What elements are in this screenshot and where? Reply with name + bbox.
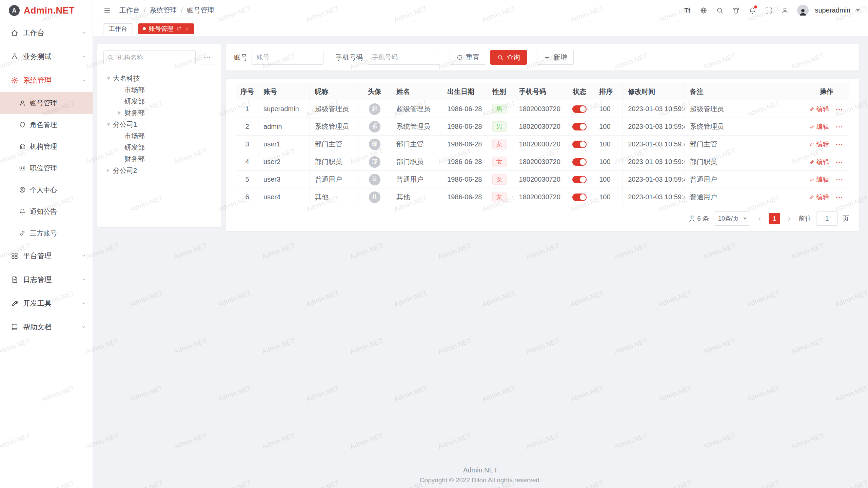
status-toggle[interactable] (572, 176, 587, 183)
tree-expand-caret[interactable] (118, 111, 124, 115)
menu-collapse-button[interactable] (101, 4, 113, 17)
edit-button[interactable]: 编辑 (810, 193, 829, 202)
sidebar-item-label: 账号管理 (30, 99, 57, 108)
sidebar-item-position-management[interactable]: 职位管理 (0, 157, 93, 179)
global-search-button[interactable] (713, 4, 727, 17)
sidebar-item-label: 个人中心 (30, 185, 57, 195)
org-more-button[interactable]: ··· (200, 51, 215, 64)
avatar: 其 (369, 191, 380, 203)
reset-button[interactable]: 重置 (450, 50, 486, 65)
font-size-button[interactable]: Tt (680, 4, 694, 17)
sidebar-item-org-management[interactable]: 机构管理 (0, 136, 93, 157)
sidebar-item-business-test[interactable]: 业务测试 (0, 45, 93, 68)
edit-button[interactable]: 编辑 (810, 175, 829, 184)
shirt-icon (732, 7, 740, 14)
status-toggle[interactable] (572, 158, 587, 166)
edit-button[interactable]: 编辑 (810, 158, 829, 166)
tree-node[interactable]: 财务部 (103, 107, 215, 119)
breadcrumb-item[interactable]: 系统管理 (150, 6, 177, 15)
row-more-button[interactable]: ··· (836, 176, 843, 183)
query-button[interactable]: 查询 (490, 50, 527, 65)
row-more-button[interactable]: ··· (836, 106, 843, 113)
user-menu-chevron-icon[interactable] (856, 9, 860, 12)
cell-phone: 18020030720 (514, 100, 565, 118)
row-more-button[interactable]: ··· (836, 194, 843, 201)
next-page-button[interactable]: › (785, 214, 794, 223)
sidebar-item-workbench[interactable]: 工作台 (0, 21, 93, 45)
sidebar-menu: 工作台 业务测试 系统管理 账号管理 角色管理 机构管理 (0, 21, 93, 339)
cell-modified: 2023-01-03 10:59:44 (623, 188, 685, 206)
edit-button-label: 编辑 (816, 158, 829, 166)
tree-node-label: 研发部 (124, 97, 145, 106)
phone-label: 手机号码 (336, 53, 363, 62)
phone-input[interactable] (367, 50, 440, 65)
tree-node[interactable]: 市场部 (103, 130, 215, 142)
col-header-phone: 手机号码 (514, 83, 565, 100)
sidebar-item-account-management[interactable]: 账号管理 (0, 92, 93, 114)
status-toggle[interactable] (572, 141, 587, 148)
tree-expand-caret[interactable] (107, 123, 113, 126)
user-avatar[interactable] (797, 5, 809, 16)
profile-button[interactable] (778, 4, 792, 17)
fullscreen-button[interactable] (762, 4, 775, 17)
tree-expand-caret[interactable] (107, 77, 113, 80)
tree-node[interactable]: 研发部 (103, 142, 215, 153)
avatar: 超 (369, 103, 380, 115)
current-page-button[interactable]: 1 (769, 213, 780, 224)
page-size-value: 10条/页 (718, 215, 739, 223)
cell-no: 4 (236, 153, 258, 171)
username[interactable]: superadmin (815, 6, 850, 14)
tree-node[interactable]: 分公司1 (103, 119, 215, 130)
cell-birthday: 1986-06-28 (442, 136, 485, 153)
tree-node[interactable]: 财务部 (103, 153, 215, 165)
goto-page-input[interactable] (816, 211, 838, 226)
prev-page-button[interactable]: ‹ (755, 214, 764, 223)
add-button[interactable]: 新增 (537, 50, 574, 65)
tree-expand-caret[interactable] (107, 169, 113, 172)
sidebar-item-help-docs[interactable]: 帮助文档 (0, 315, 93, 339)
page-size-select[interactable]: 10条/页 (714, 211, 750, 226)
tree-node[interactable]: 大名科技 (103, 73, 215, 84)
tree-node-label: 财务部 (124, 108, 145, 118)
sidebar-item-platform-management[interactable]: 平台管理 (0, 244, 93, 268)
tab-workbench[interactable]: 工作台 (103, 23, 133, 34)
status-toggle[interactable] (572, 123, 587, 130)
sidebar-item-notice[interactable]: 通知公告 (0, 201, 93, 222)
edit-button-label: 编辑 (816, 105, 829, 114)
cell-remark: 系统管理员 (685, 118, 804, 136)
app-logo[interactable]: A Admin.NET (0, 0, 93, 21)
notification-button[interactable] (746, 4, 759, 17)
sidebar-item-label: 平台管理 (23, 251, 52, 261)
table-row: 3 user1 部门主管 部 部门主管 1986-06-28 女 1802003… (236, 136, 849, 153)
row-more-button[interactable]: ··· (836, 141, 843, 148)
locale-button[interactable] (697, 4, 710, 17)
status-toggle[interactable] (572, 105, 587, 113)
sidebar-item-dev-tools[interactable]: 开发工具 (0, 291, 93, 315)
tab-refresh-icon[interactable] (176, 26, 181, 31)
tree-node[interactable]: 市场部 (103, 84, 215, 96)
table-row: 5 user3 普通用户 普 普通用户 1986-06-28 女 1802003… (236, 171, 849, 188)
sidebar-item-personal-center[interactable]: 个人中心 (0, 179, 93, 201)
cell-no: 3 (236, 136, 258, 153)
edit-button[interactable]: 编辑 (810, 105, 829, 114)
status-toggle[interactable] (572, 194, 587, 201)
sidebar-item-role-management[interactable]: 角色管理 (0, 114, 93, 136)
tab-close-icon[interactable] (184, 26, 190, 31)
breadcrumb-item[interactable]: 工作台 (119, 6, 140, 15)
edit-button[interactable]: 编辑 (810, 122, 829, 131)
tree-node[interactable]: 分公司2 (103, 165, 215, 176)
org-name-search-input[interactable] (103, 50, 196, 65)
account-input[interactable] (252, 50, 323, 65)
sidebar-item-log-management[interactable]: 日志管理 (0, 268, 93, 291)
edit-button[interactable]: 编辑 (810, 140, 829, 149)
theme-skin-button[interactable] (729, 4, 743, 17)
cell-order: 100 (594, 153, 623, 171)
tree-node[interactable]: 研发部 (103, 96, 215, 107)
tab-account-management[interactable]: 账号管理 (138, 23, 194, 34)
sidebar-item-third-party-account[interactable]: 三方账号 (0, 222, 93, 244)
search-icon (716, 7, 724, 14)
row-more-button[interactable]: ··· (836, 123, 843, 130)
sidebar-item-system-management[interactable]: 系统管理 (0, 68, 93, 92)
breadcrumb-item[interactable]: 账号管理 (187, 6, 214, 15)
row-more-button[interactable]: ··· (836, 159, 843, 166)
